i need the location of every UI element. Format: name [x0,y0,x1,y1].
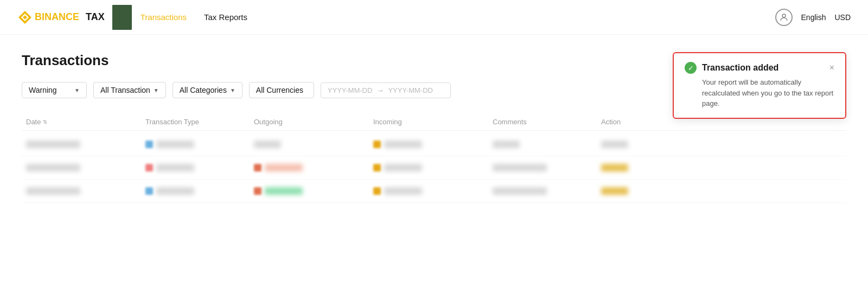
row2-comments [488,164,597,171]
row2-outgoing [250,164,369,171]
header: BINANCE TAX Transactions Tax Reports Eng… [0,0,868,35]
row3-incoming [369,187,488,195]
row2-type [141,164,250,171]
nav-transactions[interactable]: Transactions [141,10,187,24]
row3-date [22,187,141,195]
table-row [22,133,846,156]
toast-body: Your report will be automatically recalc… [685,77,834,109]
logo-book-icon [112,5,132,30]
toast-close-button[interactable]: × [829,63,834,73]
date-arrow: → [376,86,384,94]
date-from: YYYY-MM-DD [328,86,373,94]
row1-action [597,141,684,148]
row2-incoming [369,164,488,171]
categories-label: All Categories [180,86,227,94]
categories-chevron: ▼ [230,87,235,93]
binance-logo-icon [17,10,33,25]
svg-point-3 [782,14,786,17]
currencies-filter[interactable]: All Currencies [249,82,314,98]
toast-title: Transaction added [702,63,824,73]
col-incoming: Incoming [369,118,488,126]
col-type: Transaction Type [141,118,250,126]
warning-filter-label: Warning [29,86,57,94]
row3-comments [488,187,597,195]
row2-action [597,164,684,171]
date-range-filter[interactable]: YYYY-MM-DD → YYYY-MM-DD [321,82,451,98]
sort-icon[interactable]: ⇅ [43,119,47,125]
row3-type [141,187,250,195]
header-right: English USD [775,9,851,26]
row1-outgoing [250,141,369,148]
logo-tax-text: TAX [86,11,105,23]
currency-button[interactable]: USD [834,13,851,22]
account-icon[interactable] [775,9,793,26]
language-button[interactable]: English [801,13,826,22]
main-content: Transactions Warning ▼ All Transaction ▼… [0,35,868,220]
table-rows [22,133,846,203]
transaction-type-label: All Transaction [100,86,150,94]
toast-header: ✓ Transaction added × [685,62,834,74]
col-action: Action [597,118,684,126]
toast-check-icon: ✓ [685,62,697,74]
row1-incoming [369,141,488,148]
row3-action [597,187,684,195]
currencies-label: All Currencies [256,86,303,94]
row3-outgoing [250,187,369,195]
transaction-type-chevron: ▼ [154,87,159,93]
transaction-type-filter[interactable]: All Transaction ▼ [93,82,166,98]
table-row [22,156,846,180]
col-date: Date ⇅ [22,118,141,126]
row1-date [22,141,141,148]
warning-filter[interactable]: Warning ▼ [22,82,87,98]
row1-comments [488,141,597,148]
warning-filter-chevron: ▼ [74,87,80,93]
table-row [22,180,846,203]
row1-type [141,141,250,148]
toast-notification: ✓ Transaction added × Your report will b… [673,52,846,119]
nav-tax-reports[interactable]: Tax Reports [204,10,247,24]
col-outgoing: Outgoing [250,118,369,126]
logo-binance-text: BINANCE [35,11,79,23]
col-comments: Comments [488,118,597,126]
main-nav: Transactions Tax Reports [141,10,247,24]
categories-filter[interactable]: All Categories ▼ [173,82,242,98]
logo-area: BINANCE TAX [17,5,132,30]
date-to: YYYY-MM-DD [388,86,433,94]
row2-date [22,164,141,171]
